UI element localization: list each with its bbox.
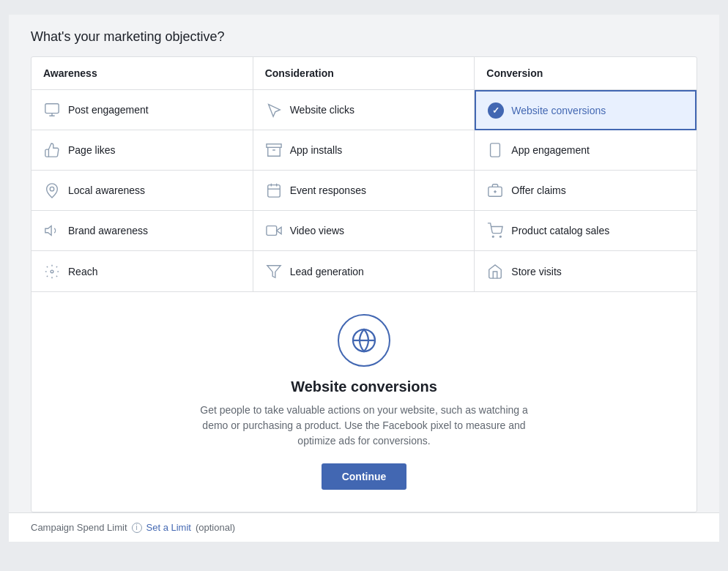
brand-awareness-item[interactable]: Brand awareness	[31, 211, 253, 251]
event-responses-label: Event responses	[290, 184, 366, 196]
filter-icon	[265, 263, 283, 280]
svg-marker-20	[276, 227, 281, 234]
awareness-column: Post engagement Page likes Local awarene…	[31, 90, 253, 291]
website-clicks-item[interactable]: Website clicks	[253, 90, 475, 130]
megaphone-icon	[43, 222, 61, 239]
selected-check-icon	[488, 102, 504, 119]
preview-description: Get people to take valuable actions on y…	[188, 403, 540, 449]
calendar-icon	[265, 182, 283, 199]
svg-rect-0	[45, 104, 59, 113]
post-icon	[43, 101, 61, 119]
objectives-card: Awareness Consideration Conversion Post …	[31, 56, 697, 512]
video-views-item[interactable]: Video views	[253, 211, 475, 251]
footer-optional-label: (optional)	[196, 522, 235, 533]
svg-point-28	[493, 236, 494, 237]
location-icon	[43, 182, 61, 199]
page-container: What's your marketing objective? Awarene…	[9, 15, 719, 512]
post-engagement-label: Post engagement	[68, 104, 149, 116]
column-headers: Awareness Consideration Conversion	[31, 57, 697, 90]
awareness-header: Awareness	[31, 57, 253, 89]
website-conversions-label: Website conversions	[511, 105, 606, 116]
offer-claims-item[interactable]: Offer claims	[475, 171, 697, 211]
consideration-header: Consideration	[253, 57, 475, 89]
preview-section: Website conversions Get people to take v…	[31, 291, 697, 512]
lead-generation-item[interactable]: Lead generation	[253, 251, 475, 291]
store-visits-item[interactable]: Store visits	[475, 251, 697, 291]
reach-icon	[43, 263, 61, 280]
reach-label: Reach	[68, 266, 97, 277]
footer-info-icon: i	[132, 523, 142, 533]
svg-marker-22	[267, 265, 280, 277]
set-limit-link[interactable]: Set a Limit	[146, 522, 191, 533]
lead-generation-label: Lead generation	[290, 266, 364, 277]
local-awareness-label: Local awareness	[68, 184, 145, 196]
svg-line-12	[47, 275, 48, 276]
product-catalog-sales-label: Product catalog sales	[511, 225, 609, 236]
store-icon	[486, 263, 504, 280]
svg-rect-14	[267, 144, 281, 148]
page-title: What's your marketing objective?	[31, 29, 697, 45]
svg-rect-23	[491, 143, 500, 157]
reach-item[interactable]: Reach	[31, 251, 253, 291]
cart-icon	[486, 222, 504, 239]
footer: Campaign Spend Limit i Set a Limit (opti…	[9, 512, 719, 542]
phone-icon	[486, 141, 504, 159]
store-visits-label: Store visits	[511, 266, 561, 277]
footer-label: Campaign Spend Limit	[31, 522, 127, 533]
app-installs-label: App installs	[290, 144, 343, 156]
thumbs-up-icon	[43, 141, 61, 159]
website-clicks-label: Website clicks	[290, 104, 354, 116]
continue-button[interactable]: Continue	[322, 463, 407, 490]
box-icon	[265, 141, 283, 159]
app-installs-item[interactable]: App installs	[253, 130, 475, 171]
conversion-column: Website conversions App engagement Offer…	[475, 90, 697, 291]
tag-icon	[486, 182, 504, 199]
product-catalog-sales-item[interactable]: Product catalog sales	[475, 211, 697, 251]
svg-marker-4	[45, 226, 51, 236]
svg-point-5	[51, 270, 53, 273]
preview-globe-icon	[338, 314, 390, 367]
conversion-header: Conversion	[475, 57, 697, 89]
video-icon	[265, 222, 283, 239]
svg-line-13	[56, 266, 57, 266]
svg-line-9	[56, 275, 57, 276]
preview-title: Website conversions	[291, 378, 437, 395]
consideration-column: Website clicks App installs Event respon…	[253, 90, 475, 291]
app-engagement-label: App engagement	[511, 144, 590, 156]
svg-line-8	[47, 266, 48, 266]
svg-rect-21	[267, 226, 277, 236]
page-likes-label: Page likes	[68, 144, 116, 156]
brand-awareness-label: Brand awareness	[68, 225, 148, 236]
event-responses-item[interactable]: Event responses	[253, 171, 475, 211]
grid-body: Post engagement Page likes Local awarene…	[31, 90, 697, 291]
website-conversions-item[interactable]: Website conversions	[475, 90, 697, 130]
app-engagement-item[interactable]: App engagement	[475, 130, 697, 171]
post-engagement-item[interactable]: Post engagement	[31, 90, 253, 130]
page-likes-item[interactable]: Page likes	[31, 130, 253, 171]
cursor-icon	[265, 101, 283, 119]
svg-rect-16	[267, 185, 280, 197]
video-views-label: Video views	[290, 225, 344, 236]
svg-point-3	[50, 187, 54, 190]
local-awareness-item[interactable]: Local awareness	[31, 171, 253, 211]
svg-point-29	[500, 236, 502, 237]
offer-claims-label: Offer claims	[511, 184, 565, 196]
